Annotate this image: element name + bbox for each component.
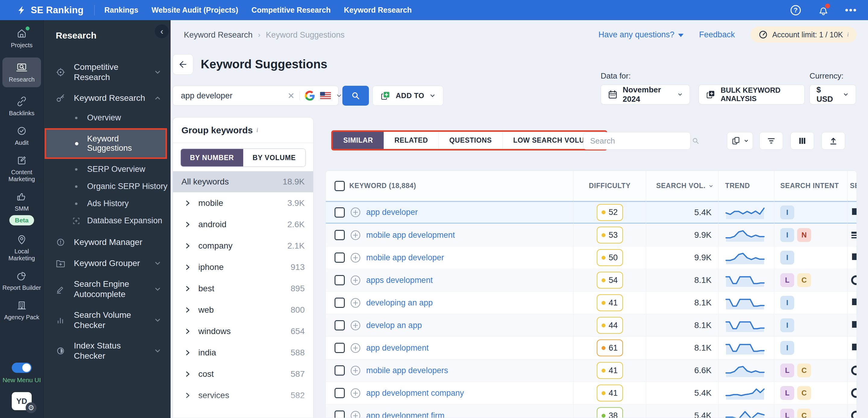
add-keyword-icon[interactable] xyxy=(350,207,361,218)
brand-logo[interactable]: SE Ranking xyxy=(17,5,84,15)
row-checkbox[interactable] xyxy=(335,411,345,418)
menu-item-competitive-research[interactable]: Competitive Research xyxy=(44,57,170,88)
submenu-item-ads-history[interactable]: Ads History xyxy=(44,195,170,212)
group-row-web[interactable]: web800 xyxy=(173,299,313,320)
rail-item-content-marketing[interactable]: Content Marketing xyxy=(2,154,41,183)
keyword-link[interactable]: mobile app developer xyxy=(366,253,444,263)
table-row-app-development[interactable]: app development618.1KI xyxy=(326,337,857,359)
table-search-field[interactable] xyxy=(583,132,690,149)
menu-item-search-engine-autocomplete[interactable]: Search Engine Autocomplete xyxy=(44,274,170,305)
menu-item-keyword-grouper[interactable]: Keyword Grouper xyxy=(44,253,170,274)
keyword-search-input[interactable] xyxy=(181,91,287,101)
gear-icon[interactable]: ⚙ xyxy=(26,403,36,413)
keyword-link[interactable]: mobile app developers xyxy=(366,366,448,375)
export-button[interactable] xyxy=(822,132,845,149)
keyword-link[interactable]: developing an app xyxy=(366,298,433,308)
column-trend[interactable]: TREND xyxy=(718,171,774,201)
new-menu-toggle[interactable] xyxy=(12,362,32,373)
column-serp-features[interactable]: SERP FEATURES xyxy=(847,171,857,201)
tab-similar[interactable]: SIMILAR xyxy=(333,132,384,149)
columns-button[interactable] xyxy=(790,132,814,149)
submenu-item-overview[interactable]: Overview xyxy=(44,109,170,127)
row-checkbox[interactable] xyxy=(335,252,345,263)
menu-item-keyword-research[interactable]: Keyword Research xyxy=(44,88,170,109)
row-checkbox[interactable] xyxy=(335,320,345,330)
currency-dropdown[interactable]: $ USD xyxy=(809,84,856,104)
table-row-mobile-app-development[interactable]: mobile app development539.9KIN xyxy=(326,223,857,246)
select-all-checkbox[interactable] xyxy=(335,181,345,191)
keyword-link[interactable]: app development company xyxy=(366,388,464,398)
bell-icon[interactable] xyxy=(817,4,830,16)
table-row-app-developer[interactable]: app developer525.4KI xyxy=(326,201,857,223)
menu-item-keyword-manager[interactable]: Keyword Manager xyxy=(44,232,170,253)
row-checkbox[interactable] xyxy=(335,275,345,285)
submenu-item-organic-serp-history[interactable]: Organic SERP History xyxy=(44,178,170,195)
group-row-india[interactable]: india588 xyxy=(173,342,313,363)
row-checkbox[interactable] xyxy=(335,207,345,217)
column-keyword[interactable]: KEYWORD (18,884) xyxy=(326,171,573,201)
row-checkbox[interactable] xyxy=(335,298,345,308)
table-row-app-development-firm[interactable]: app development firm385.4KLC xyxy=(326,404,857,418)
add-keyword-icon[interactable] xyxy=(350,320,361,331)
table-row-mobile-app-developers[interactable]: mobile app developers416.6KLC xyxy=(326,359,857,382)
rail-item-local-marketing[interactable]: Local Marketing xyxy=(2,234,41,262)
add-keyword-icon[interactable] xyxy=(350,343,361,354)
topbar-nav-keyword-research[interactable]: Keyword Research xyxy=(344,6,412,14)
column-difficulty[interactable]: DIFFICULTY xyxy=(573,171,646,201)
keyword-link[interactable]: apps development xyxy=(366,276,433,285)
menu-item-index-status-checker[interactable]: Index Status Checker xyxy=(44,336,170,366)
filter-button[interactable] xyxy=(760,132,783,149)
row-checkbox[interactable] xyxy=(335,230,345,240)
table-row-developing-an-app[interactable]: developing an app418.1KI xyxy=(326,291,857,314)
submenu-item-serp-overview[interactable]: SERP Overview xyxy=(44,161,170,178)
add-keyword-icon[interactable] xyxy=(350,297,361,309)
row-checkbox[interactable] xyxy=(335,388,345,398)
table-row-apps-development[interactable]: apps development548.1KLC xyxy=(326,269,857,291)
add-keyword-icon[interactable] xyxy=(350,252,361,263)
copy-results-button[interactable] xyxy=(727,132,753,149)
keyword-link[interactable]: app development xyxy=(366,343,429,353)
account-limit-badge[interactable]: Account limit: 1 / 10Ki xyxy=(750,27,857,43)
add-keyword-icon[interactable] xyxy=(350,410,361,418)
keyword-link[interactable]: app developer xyxy=(366,208,418,217)
add-to-button[interactable]: ADD TO xyxy=(373,86,443,106)
group-row-services[interactable]: services582 xyxy=(173,385,313,406)
search-submit-button[interactable] xyxy=(342,86,369,106)
keyword-link[interactable]: app development firm xyxy=(366,411,444,418)
topbar-nav-website-audit-projects[interactable]: Website Audit (Projects) xyxy=(152,6,239,14)
group-row-cost[interactable]: cost587 xyxy=(173,363,313,385)
rail-item-audit[interactable]: Audit xyxy=(2,125,41,146)
group-row-windows[interactable]: windows654 xyxy=(173,320,313,342)
tab-related[interactable]: RELATED xyxy=(384,132,438,149)
all-keywords-row[interactable]: All keywords18.9K xyxy=(173,171,313,192)
help-icon[interactable]: ? xyxy=(789,4,802,16)
keyword-search-field[interactable]: ✕ xyxy=(173,86,338,106)
have-questions-dropdown[interactable]: Have any questions? xyxy=(598,30,683,39)
more-icon[interactable]: ••• xyxy=(845,4,857,16)
table-row-mobile-app-developer[interactable]: mobile app developer509.9KI xyxy=(326,246,857,269)
submenu-item-keyword-suggestions[interactable]: Keyword Suggestions xyxy=(46,130,165,158)
group-row-mobile[interactable]: mobile3.9K xyxy=(173,192,313,214)
bulk-keyword-analysis-button[interactable]: BULK KEYWORD ANALYSIS xyxy=(699,84,805,104)
topbar-nav-rankings[interactable]: Rankings xyxy=(104,6,138,14)
column-search-intent[interactable]: SEARCH INTENT xyxy=(774,171,847,201)
group-row-company[interactable]: company2.1K xyxy=(173,235,313,256)
rail-item-research[interactable]: Research xyxy=(2,58,41,87)
collapse-panel-button[interactable]: ‹ xyxy=(155,24,169,38)
table-row-app-development-company[interactable]: app development company415.4KLC xyxy=(326,382,857,404)
back-button[interactable] xyxy=(173,54,193,75)
group-row-android[interactable]: android2.6K xyxy=(173,214,313,235)
rail-item-report-builder[interactable]: Report Builder xyxy=(2,270,41,291)
row-checkbox[interactable] xyxy=(335,343,345,353)
topbar-nav-competitive-research[interactable]: Competitive Research xyxy=(251,6,331,14)
group-row-iphone[interactable]: iphone913 xyxy=(173,256,313,278)
group-row-best[interactable]: best895 xyxy=(173,278,313,299)
rail-item-backlinks[interactable]: Backlinks xyxy=(2,95,41,117)
add-keyword-icon[interactable] xyxy=(350,230,361,241)
add-keyword-icon[interactable] xyxy=(350,388,361,399)
row-checkbox[interactable] xyxy=(335,365,345,376)
chevron-down-icon[interactable] xyxy=(336,93,342,99)
clear-icon[interactable]: ✕ xyxy=(287,91,294,101)
add-keyword-icon[interactable] xyxy=(350,275,361,286)
group-tab-by-number[interactable]: BY NUMBER xyxy=(181,149,243,166)
